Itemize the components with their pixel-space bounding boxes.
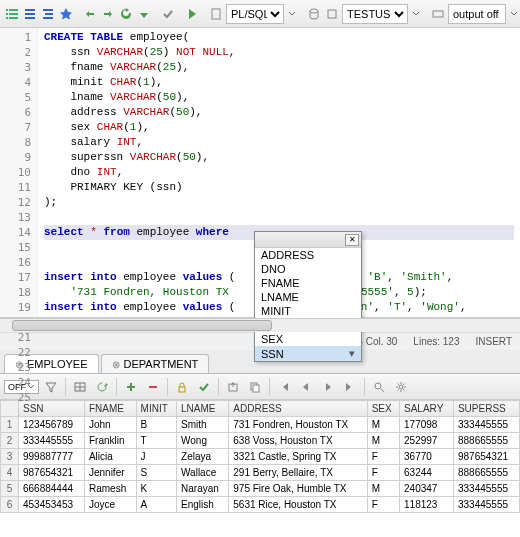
cell[interactable]: 666884444 [19,481,85,497]
col-header[interactable]: SEX [367,401,399,417]
output-field[interactable] [448,4,506,24]
cell[interactable]: F [367,449,399,465]
cell[interactable]: 731 Fondren, Houston TX [229,417,367,433]
chevron-down-icon[interactable] [508,5,520,23]
cell[interactable]: Zelaya [177,449,229,465]
table-row[interactable]: 2333445555FranklinTWong638 Voss, Houston… [1,433,520,449]
cell[interactable]: 333445555 [453,497,519,513]
cell[interactable]: 638 Voss, Houston TX [229,433,367,449]
cell[interactable]: J [136,449,176,465]
delete-row-icon[interactable] [143,377,163,397]
cell[interactable]: M [367,417,399,433]
col-header[interactable]: ADDRESS [229,401,367,417]
code-line[interactable]: ); [44,195,514,210]
code-line[interactable] [44,210,514,225]
table-row[interactable]: 1123456789JohnBSmith731 Fondren, Houston… [1,417,520,433]
find-icon[interactable] [369,377,389,397]
prev-icon[interactable] [296,377,316,397]
code-line[interactable]: superssn VARCHAR(50), [44,150,514,165]
cell[interactable]: 291 Berry, Bellaire, TX [229,465,367,481]
code-line[interactable]: CREATE TABLE employee( [44,30,514,45]
indent-icon[interactable] [22,5,38,23]
col-header[interactable]: MINIT [136,401,176,417]
language-select[interactable]: PL/SQL [226,4,284,24]
col-header[interactable]: SSN [19,401,85,417]
cell[interactable]: Jennifer [84,465,136,481]
cell[interactable]: 240347 [400,481,454,497]
cell[interactable]: 987654321 [453,449,519,465]
cell[interactable]: Smith [177,417,229,433]
code-line[interactable]: ssn VARCHAR(25) NOT NULL, [44,45,514,60]
cell[interactable]: A [136,497,176,513]
cell[interactable]: English [177,497,229,513]
cell[interactable]: 888665555 [453,465,519,481]
col-header[interactable]: SUPERSS [453,401,519,417]
list-icon[interactable] [4,5,20,23]
table-row[interactable]: 4987654321JenniferSWallace291 Berry, Bel… [1,465,520,481]
close-icon[interactable]: ✕ [345,234,359,246]
chevron-down-icon[interactable] [286,5,298,23]
code-line[interactable]: address VARCHAR(50), [44,105,514,120]
next-icon[interactable] [318,377,338,397]
add-row-icon[interactable] [121,377,141,397]
cell[interactable]: 987654321 [19,465,85,481]
copy-icon[interactable] [245,377,265,397]
cell[interactable]: 999887777 [19,449,85,465]
refresh-icon[interactable] [92,377,112,397]
close-icon[interactable]: ⊗ [112,359,120,370]
commit-icon[interactable] [194,377,214,397]
bookmark-icon[interactable] [58,5,74,23]
cell[interactable]: Alicia [84,449,136,465]
col-header[interactable]: SALARY [400,401,454,417]
cell[interactable]: B [136,417,176,433]
cell[interactable]: Narayan [177,481,229,497]
output-icon[interactable] [430,5,446,23]
down-arrow-icon[interactable] [136,5,152,23]
popup-item[interactable]: ADDRESS [255,248,361,262]
popup-list[interactable]: ADDRESSDNOFNAMELNAMEMINITSALARYSEXSSN▾ [255,248,361,361]
export-icon[interactable] [223,377,243,397]
last-icon[interactable] [340,377,360,397]
code-line[interactable]: minit CHAR(1), [44,75,514,90]
cell[interactable]: 5631 Rice, Houston TX [229,497,367,513]
col-header[interactable]: FNAME [84,401,136,417]
cell[interactable]: 453453453 [19,497,85,513]
popup-item[interactable]: SSN▾ [255,346,361,361]
table-row[interactable]: 5666884444RameshKNarayan975 Fire Oak, Hu… [1,481,520,497]
popup-item[interactable]: SEX [255,332,361,346]
cell[interactable]: Franklin [84,433,136,449]
cell[interactable]: 333445555 [453,417,519,433]
cell[interactable]: 177098 [400,417,454,433]
db-exec-icon[interactable] [306,5,322,23]
cell[interactable]: M [367,433,399,449]
outdent-icon[interactable] [40,5,56,23]
cell[interactable]: 36770 [400,449,454,465]
code-editor[interactable]: 1234567891011121314151617181920212223242… [0,28,520,318]
cell[interactable]: 118123 [400,497,454,513]
code-line[interactable]: PRIMARY KEY (ssn) [44,180,514,195]
page-icon[interactable] [208,5,224,23]
cell[interactable]: Ramesh [84,481,136,497]
cell[interactable]: 975 Fire Oak, Humble TX [229,481,367,497]
cell[interactable]: 333445555 [453,481,519,497]
cell[interactable]: Wallace [177,465,229,481]
chevron-down-icon[interactable] [410,5,422,23]
cell[interactable]: Wong [177,433,229,449]
code-line[interactable]: sex CHAR(1), [44,120,514,135]
cell[interactable]: John [84,417,136,433]
table-row[interactable]: 6453453453JoyceAEnglish5631 Rice, Housto… [1,497,520,513]
check-icon[interactable] [160,5,176,23]
table-icon[interactable] [70,377,90,397]
play-icon[interactable] [184,5,200,23]
result-grid[interactable]: SSNFNAMEMINITLNAMEADDRESSSEXSALARYSUPERS… [0,400,520,537]
undo-icon[interactable] [82,5,98,23]
user-select[interactable]: TESTUSER [342,4,408,24]
db-commit-icon[interactable] [324,5,340,23]
filter-icon[interactable] [41,377,61,397]
cell[interactable]: K [136,481,176,497]
cell[interactable]: 888665555 [453,433,519,449]
popup-item[interactable]: MINIT [255,304,361,318]
cell[interactable]: Joyce [84,497,136,513]
first-icon[interactable] [274,377,294,397]
table-row[interactable]: 3999887777AliciaJZelaya3321 Castle, Spri… [1,449,520,465]
